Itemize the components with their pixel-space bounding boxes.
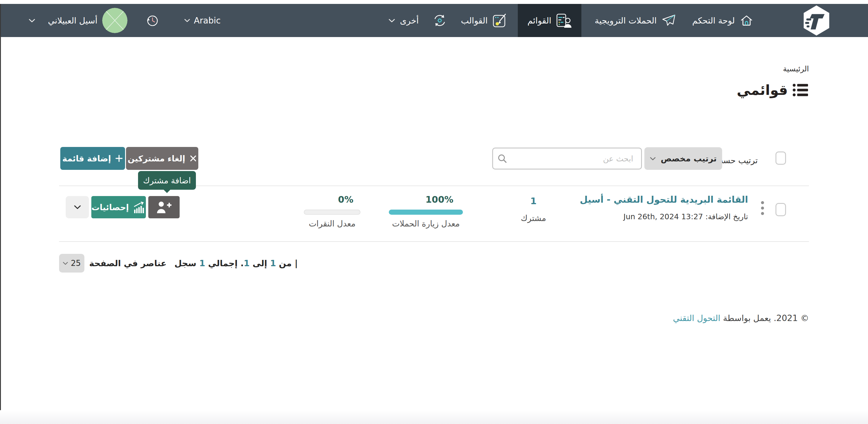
bottom-fade	[0, 410, 868, 424]
items-per-page-label: عناصر في الصفحة	[89, 258, 167, 268]
add-list-button[interactable]: إضافة قائمة	[60, 147, 125, 170]
click-rate-column: 0% معدل النقرات	[304, 194, 361, 228]
nav-dashboard[interactable]: لوحة التحكم	[689, 4, 756, 37]
chevron-down-icon	[650, 157, 656, 161]
paper-plane-icon	[661, 14, 676, 27]
nav-other[interactable]: أخرى	[385, 4, 422, 37]
visit-rate-progress-fill	[389, 209, 463, 215]
row-actions-dropdown[interactable]	[66, 196, 89, 218]
search-icon	[497, 153, 508, 164]
kebab-menu-icon[interactable]	[761, 201, 764, 216]
chevron-down-icon	[389, 19, 395, 23]
pagination-to: 1	[244, 258, 250, 268]
click-rate-progressbar	[304, 209, 361, 215]
sync-icon	[432, 13, 447, 28]
nav-lists[interactable]: القوائم	[518, 4, 581, 37]
list-date: تاريخ الإضافة: Jun 26th, 2024 13:27	[624, 212, 748, 221]
nav-other-label: أخرى	[400, 15, 418, 26]
footer: © 2021. يعمل بواسطة التحول التقني	[673, 313, 809, 323]
chart-arrow-icon	[133, 201, 146, 213]
topbar: لوحة التحكم الحملات الترويجية القوائم	[0, 4, 868, 37]
sort-order-dropdown[interactable]: ترتيب مخصص	[644, 147, 722, 170]
chevron-down-icon	[63, 262, 68, 265]
window-edge	[0, 4, 1, 424]
add-subscriber-tooltip: اضافة مشترك	[138, 171, 196, 190]
language-selector[interactable]: Arabic	[184, 15, 221, 26]
click-rate-value: 0%	[317, 194, 374, 205]
user-menu-chevron-icon[interactable]	[29, 19, 35, 23]
avatar-image	[102, 8, 127, 33]
divider	[59, 241, 809, 242]
cancel-subscribers-button[interactable]: إلغاء مشتركين	[126, 147, 198, 170]
sort-order-value: ترتيب مخصص	[661, 154, 717, 163]
person-plus-icon	[156, 201, 172, 214]
pagination-summary: | من 1 إلى 1. إجمالي 1 سجل	[175, 258, 298, 268]
list-date-label: تاريخ الإضافة:	[705, 212, 748, 221]
breadcrumb[interactable]: الرئيسية	[783, 64, 809, 73]
statistics-button[interactable]: إحصائيات	[91, 196, 146, 218]
copyright-text: © 2021. يعمل بواسطة	[720, 313, 809, 323]
sync-button[interactable]	[432, 13, 447, 28]
close-icon	[190, 155, 197, 162]
visit-rate-label: معدل زيارة الحملات	[389, 219, 463, 228]
pagination-text: . إجمالي	[205, 258, 244, 268]
nav-campaigns-label: الحملات الترويجية	[595, 15, 657, 26]
page-title: قوائمي	[737, 82, 788, 98]
search-box	[492, 148, 642, 169]
pagination: 25 عناصر في الصفحة | من 1 إلى 1. إجمالي …	[59, 254, 298, 272]
user-name[interactable]: أسيل العبيلاني	[48, 15, 97, 26]
subscribers-count: 1	[513, 196, 555, 206]
list-name-link[interactable]: القائمة البريدية للتحول التقني - أسيل	[580, 194, 748, 205]
pagination-total: 1	[199, 258, 205, 268]
nav-campaigns[interactable]: الحملات الترويجية	[592, 4, 679, 37]
visit-rate-column: 100% معدل زيارة الحملات	[389, 194, 463, 228]
pagination-text: سجل	[175, 258, 199, 268]
plus-icon	[115, 155, 123, 162]
history-icon	[145, 13, 160, 28]
title-row: قوائمي	[737, 82, 809, 98]
chevron-down-icon	[184, 19, 190, 22]
history-button[interactable]	[145, 13, 160, 28]
lists-icon	[556, 13, 572, 28]
pagination-text: إلى	[250, 258, 270, 268]
list-bullets-icon	[792, 83, 809, 97]
pagination-from: 1	[270, 258, 276, 268]
nav-lists-label: القوائم	[527, 15, 551, 26]
home-icon	[740, 13, 753, 27]
subscribers-column: 1 مشترك	[513, 196, 555, 223]
nav-templates[interactable]: القوالب	[458, 4, 510, 37]
nav-dashboard-label: لوحة التحكم	[692, 15, 735, 26]
add-subscriber-button[interactable]	[148, 196, 180, 218]
cancel-subscribers-label: إلغاء مشتركين	[128, 154, 185, 163]
language-label: Arabic	[194, 15, 221, 26]
row-checkbox[interactable]	[775, 203, 786, 216]
click-rate-label: معدل النقرات	[304, 219, 361, 228]
list-date-value: Jun 26th, 2024 13:27	[624, 212, 703, 221]
subscribers-label: مشترك	[513, 214, 555, 223]
lists-page: لوحة التحكم الحملات الترويجية القوائم	[0, 0, 868, 424]
per-page-dropdown[interactable]: 25	[59, 254, 84, 272]
nav-templates-label: القوالب	[461, 15, 488, 26]
brand-logo-icon[interactable]	[802, 5, 831, 36]
visit-rate-value: 100%	[402, 194, 476, 205]
brand-link[interactable]: التحول التقني	[673, 313, 720, 323]
per-page-value: 25	[71, 259, 81, 268]
select-all-checkbox[interactable]	[775, 152, 786, 165]
pagination-text: | من	[276, 258, 298, 268]
chevron-down-icon	[74, 205, 81, 209]
visit-rate-progressbar	[389, 209, 463, 215]
search-input[interactable]	[492, 148, 642, 169]
statistics-label: إحصائيات	[92, 203, 129, 212]
add-list-label: إضافة قائمة	[62, 154, 111, 163]
user-avatar[interactable]	[102, 8, 127, 33]
templates-icon	[493, 13, 507, 28]
